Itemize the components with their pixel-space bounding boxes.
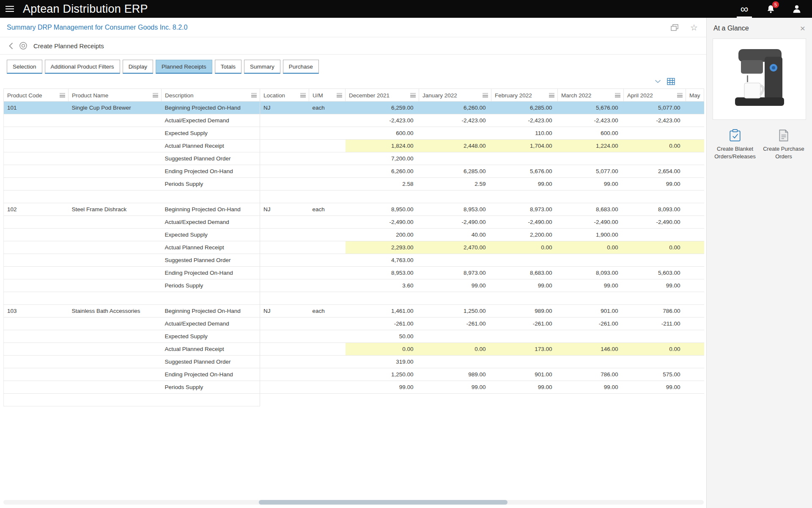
grid-row[interactable]: Expected Supply50.00 <box>4 330 704 343</box>
popout-icon[interactable] <box>671 24 678 31</box>
value-cell[interactable] <box>686 343 704 356</box>
uom-cell[interactable] <box>309 229 346 241</box>
row-description-cell[interactable]: Beginning Projected On-Hand <box>162 203 260 216</box>
menu-icon[interactable] <box>0 0 19 18</box>
user-icon[interactable] <box>789 0 804 18</box>
product-code-cell[interactable] <box>4 216 69 229</box>
grid-row[interactable]: Suggested Planned Order7,200.00 <box>4 152 704 165</box>
column-menu-icon[interactable] <box>549 93 554 97</box>
value-cell[interactable] <box>686 267 704 279</box>
value-cell[interactable]: 5,077.00 <box>558 165 624 178</box>
product-name-cell[interactable]: Single Cup Pod Brewer <box>69 102 162 114</box>
product-code-cell[interactable]: 103 <box>4 305 69 318</box>
value-cell[interactable]: 2,654.00 <box>624 165 686 178</box>
value-cell[interactable]: 8,683.00 <box>558 203 624 216</box>
column-menu-icon[interactable] <box>337 93 342 97</box>
column-header-may[interactable]: May <box>686 89 704 102</box>
value-cell[interactable] <box>419 127 491 140</box>
value-cell[interactable]: 7,200.00 <box>346 152 419 165</box>
location-cell[interactable] <box>260 381 309 394</box>
value-cell[interactable]: 8,953.00 <box>346 267 419 279</box>
tab-purchase[interactable]: Purchase <box>283 60 319 74</box>
value-cell[interactable] <box>686 152 704 165</box>
value-cell[interactable]: 4,763.00 <box>346 254 419 267</box>
value-cell[interactable]: 0.00 <box>558 241 624 254</box>
product-code-cell[interactable] <box>4 330 69 343</box>
value-cell[interactable] <box>686 279 704 292</box>
value-cell[interactable]: 99.00 <box>558 279 624 292</box>
product-name-cell[interactable] <box>69 165 162 178</box>
uom-cell[interactable] <box>309 178 346 190</box>
tab-selection[interactable]: Selection <box>7 60 42 74</box>
grid-row[interactable]: Periods Supply2.582.5999.0099.0099.00 <box>4 178 704 190</box>
row-description-cell[interactable]: Suggested Planned Order <box>162 254 260 267</box>
value-cell[interactable]: -261.00 <box>558 318 624 330</box>
value-cell[interactable] <box>558 356 624 368</box>
uom-cell[interactable]: each <box>309 102 346 114</box>
value-cell[interactable] <box>624 330 686 343</box>
uom-cell[interactable] <box>309 127 346 140</box>
value-cell[interactable] <box>686 216 704 229</box>
grid-row[interactable]: 102Steel Frame DishrackBeginning Project… <box>4 203 704 216</box>
value-cell[interactable] <box>419 254 491 267</box>
product-name-cell[interactable] <box>69 229 162 241</box>
value-cell[interactable]: -2,423.00 <box>558 114 624 127</box>
product-name-cell[interactable] <box>69 330 162 343</box>
location-cell[interactable] <box>260 216 309 229</box>
product-name-cell[interactable] <box>69 127 162 140</box>
location-cell[interactable] <box>260 330 309 343</box>
location-cell[interactable] <box>260 178 309 190</box>
value-cell[interactable]: 2,470.00 <box>419 241 491 254</box>
grid-row[interactable]: Actual Planned Receipt2,293.002,470.000.… <box>4 241 704 254</box>
grid-row[interactable]: Expected Supply200.0040.002,200.001,900.… <box>4 229 704 241</box>
value-cell[interactable] <box>686 305 704 318</box>
horizontal-scrollbar[interactable] <box>3 500 704 505</box>
value-cell[interactable] <box>624 152 686 165</box>
value-cell[interactable] <box>686 102 704 114</box>
value-cell[interactable]: 200.00 <box>346 229 419 241</box>
value-cell[interactable]: 1,900.00 <box>558 229 624 241</box>
value-cell[interactable]: 5,676.00 <box>558 102 624 114</box>
column-menu-icon[interactable] <box>300 93 306 97</box>
uom-cell[interactable]: each <box>309 305 346 318</box>
product-code-cell[interactable] <box>4 178 69 190</box>
location-cell[interactable] <box>260 229 309 241</box>
product-code-cell[interactable] <box>4 267 69 279</box>
value-cell[interactable]: -2,423.00 <box>419 114 491 127</box>
infinity-icon[interactable]: ∞ <box>737 0 752 18</box>
product-name-cell[interactable] <box>69 267 162 279</box>
value-cell[interactable]: 0.00 <box>419 343 491 356</box>
value-cell[interactable]: 5,603.00 <box>624 267 686 279</box>
row-description-cell[interactable]: Ending Projected On-Hand <box>162 368 260 381</box>
tab-display[interactable]: Display <box>123 60 153 74</box>
value-cell[interactable] <box>686 330 704 343</box>
value-cell[interactable] <box>686 368 704 381</box>
value-cell[interactable] <box>686 381 704 394</box>
value-cell[interactable] <box>686 140 704 152</box>
row-description-cell[interactable]: Suggested Planned Order <box>162 356 260 368</box>
value-cell[interactable]: 1,824.00 <box>346 140 419 152</box>
row-description-cell[interactable]: Actual Planned Receipt <box>162 241 260 254</box>
uom-cell[interactable] <box>309 241 346 254</box>
value-cell[interactable]: 901.00 <box>558 305 624 318</box>
column-header-u-m[interactable]: U/M <box>309 89 346 102</box>
grid-row[interactable]: Actual/Expected Demand-261.00-261.00-261… <box>4 318 704 330</box>
value-cell[interactable] <box>686 178 704 190</box>
value-cell[interactable]: -2,490.00 <box>491 216 558 229</box>
location-cell[interactable] <box>260 318 309 330</box>
location-cell[interactable] <box>260 114 309 127</box>
value-cell[interactable]: 8,953.00 <box>419 203 491 216</box>
uom-cell[interactable]: each <box>309 203 346 216</box>
row-description-cell[interactable]: Expected Supply <box>162 127 260 140</box>
value-cell[interactable]: 99.00 <box>491 279 558 292</box>
row-description-cell[interactable]: Periods Supply <box>162 178 260 190</box>
product-name-cell[interactable] <box>69 178 162 190</box>
uom-cell[interactable] <box>309 330 346 343</box>
location-cell[interactable] <box>260 267 309 279</box>
value-cell[interactable]: 0.00 <box>491 241 558 254</box>
value-cell[interactable]: 600.00 <box>558 127 624 140</box>
value-cell[interactable]: -2,423.00 <box>346 114 419 127</box>
value-cell[interactable] <box>491 356 558 368</box>
location-cell[interactable] <box>260 254 309 267</box>
uom-cell[interactable] <box>309 140 346 152</box>
